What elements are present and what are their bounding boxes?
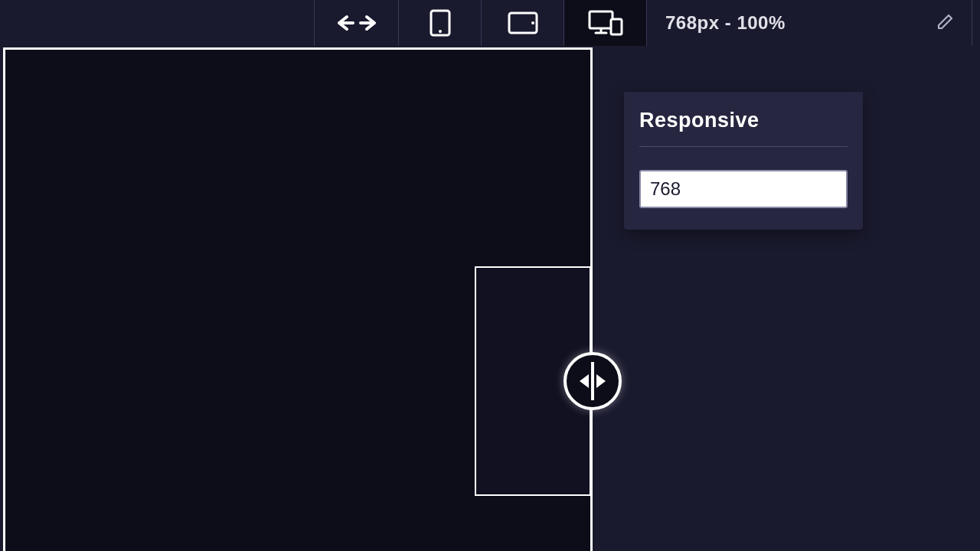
edit-viewport-button[interactable] — [935, 12, 956, 34]
tablet-landscape-icon — [508, 11, 538, 34]
width-input[interactable] — [639, 170, 848, 208]
resize-handle[interactable] — [564, 352, 622, 410]
dropdown-divider — [639, 146, 848, 147]
toolbar-spacer — [0, 0, 314, 46]
device-tablet-button[interactable] — [481, 0, 564, 46]
triangle-right-icon — [595, 373, 607, 390]
device-responsive-button[interactable] — [564, 0, 646, 46]
phone-portrait-icon — [430, 9, 451, 37]
responsive-dropdown: Responsive — [624, 92, 863, 230]
top-toolbar: 768px - 100% — [0, 0, 980, 46]
triangle-left-icon — [578, 373, 590, 390]
toolbar-end — [972, 0, 980, 46]
canvas-area: Responsive — [0, 46, 980, 551]
svg-point-1 — [439, 30, 442, 33]
handle-divider — [591, 362, 594, 400]
svg-point-3 — [531, 21, 534, 24]
viewport-status[interactable]: 768px - 100% — [646, 0, 972, 46]
arrows-left-right-icon — [336, 14, 377, 32]
history-arrows-button[interactable] — [314, 0, 398, 46]
responsive-devices-icon — [588, 10, 623, 36]
dropdown-title: Responsive — [639, 109, 848, 132]
device-phone-button[interactable] — [398, 0, 481, 46]
viewport-status-text: 768px - 100% — [665, 12, 786, 34]
svg-rect-4 — [590, 11, 612, 28]
pencil-icon — [936, 12, 955, 34]
svg-rect-7 — [611, 19, 622, 34]
